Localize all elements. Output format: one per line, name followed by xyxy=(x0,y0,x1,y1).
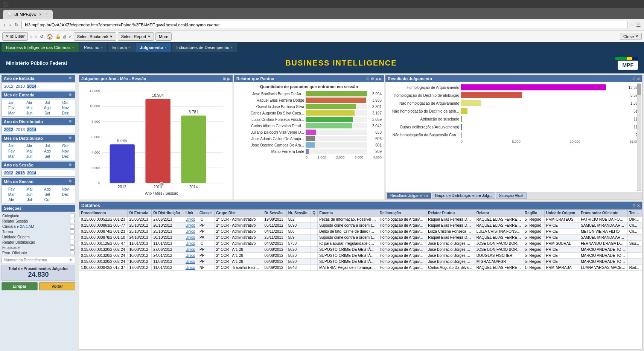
tab-entrada[interactable]: Entrada ● xyxy=(108,43,134,52)
tab-close-icon[interactable]: ✕ xyxy=(39,12,42,17)
selecao-relator-sessao-check[interactable] xyxy=(70,219,75,223)
mes-ago[interactable]: Ago xyxy=(39,105,56,110)
toolbar-forward[interactable]: › xyxy=(34,34,38,40)
clear-button[interactable]: ✕ ⊠ Clear xyxy=(2,32,28,41)
mes-sessao-mai[interactable]: Mai xyxy=(21,187,38,192)
mes-dist-jul[interactable]: Jul xyxy=(39,143,56,148)
mes-sessao-mar[interactable]: Mar xyxy=(3,192,20,197)
mes-jul[interactable]: Jul xyxy=(39,100,56,105)
julgados-expand-icon[interactable]: ⊞ xyxy=(223,77,226,81)
mes-nov[interactable]: Nov xyxy=(56,105,74,110)
ano-entrada-section[interactable]: Ano de Entrada 🔍 xyxy=(2,75,75,82)
details-expand-icon[interactable]: ⊞ xyxy=(632,204,635,208)
mes-sessao-ago[interactable]: Ago xyxy=(39,187,56,192)
mes-out[interactable]: Out xyxy=(56,100,74,105)
ano-dist-search-icon[interactable]: 🔍 xyxy=(69,120,73,124)
ano-sessao-section[interactable]: Ano da Sessão 🔍 xyxy=(2,162,75,168)
ano-dist-2012[interactable]: 2012 xyxy=(4,127,13,132)
ano-entrada-2012[interactable]: 2012 xyxy=(4,84,13,89)
link-unico[interactable]: Único xyxy=(186,266,195,270)
selecao-camara-val[interactable]: ▸ 2A.CAM xyxy=(17,224,70,229)
toolbar-home[interactable]: 🏠 xyxy=(46,34,54,40)
toolbar-reload[interactable]: ↺ xyxy=(39,34,44,39)
tab-business-intelligence[interactable]: Business Intelligence das Câmaras ● xyxy=(2,43,79,52)
voltar-button[interactable]: Voltar xyxy=(39,282,75,290)
print-icon[interactable]: 🖨 xyxy=(62,34,67,39)
mes-sessao-jun[interactable]: Jun xyxy=(21,192,38,197)
link-unico[interactable]: Único xyxy=(186,241,195,246)
mes-entrada-section[interactable]: Mes de Entrada 🔍 xyxy=(2,92,75,98)
ano-dist-2013[interactable]: 2013 xyxy=(15,127,24,132)
url-bar[interactable] xyxy=(21,21,627,29)
resultado-tab-0[interactable]: Resultado Julgamento xyxy=(387,192,431,199)
mes-distribuicao-section[interactable]: Mês da Distribuição 🔍 xyxy=(2,135,75,142)
toolbar-back[interactable]: ‹ xyxy=(29,34,33,40)
mes-dist-abr[interactable]: Abr xyxy=(21,143,38,148)
select-bookmark-button[interactable]: Select Bookmark ▼ xyxy=(74,32,116,41)
bar-2012[interactable] xyxy=(110,144,135,183)
mes-jun[interactable]: Jun xyxy=(21,111,38,116)
link-unico[interactable]: Único xyxy=(186,235,195,240)
tab-resumo[interactable]: Resumo ● xyxy=(79,43,107,52)
limpar-button[interactable]: Limpar xyxy=(2,282,38,290)
tab-julgamento[interactable]: Julgamento ● xyxy=(135,43,171,52)
details-close-icon[interactable]: ✕ xyxy=(637,204,640,208)
mes-dist-mar[interactable]: Mar xyxy=(3,154,20,159)
ano-entrada-2013[interactable]: 2013 xyxy=(15,84,24,89)
link-unico[interactable]: Único xyxy=(186,229,195,233)
mes-sessao-set[interactable]: Set xyxy=(39,192,56,197)
link-unico[interactable]: Único xyxy=(186,217,195,221)
mes-dist-ago[interactable]: Ago xyxy=(39,149,56,154)
mes-sessao-section[interactable]: Mês da Sessão 🔍 xyxy=(2,178,75,185)
mes-sessao-search-icon[interactable]: 🔍 xyxy=(69,180,73,184)
julgados-menu-icon[interactable]: ▶ xyxy=(227,77,230,81)
selecao-proc-check[interactable] xyxy=(70,250,75,255)
ano-sessao-2014[interactable]: 2014 xyxy=(27,171,36,175)
mes-sessao-abr[interactable]: Abr xyxy=(3,197,20,202)
selecoes-section[interactable]: Seleções xyxy=(2,205,75,212)
bar-2013[interactable] xyxy=(145,99,170,183)
mes-dist-fev[interactable]: Fev xyxy=(3,149,20,154)
mes-fev[interactable]: Fev xyxy=(3,105,20,110)
mes-dist-search-icon[interactable]: 🔍 xyxy=(69,136,73,140)
tab-indicadores[interactable]: Indicadores de Desempenho ● xyxy=(172,43,237,52)
relator-menu-icon[interactable]: ▶▶ xyxy=(376,77,382,81)
mes-sessao-out[interactable]: Out xyxy=(39,197,56,202)
selecao-camara-check[interactable] xyxy=(70,224,75,229)
forward-button[interactable]: › xyxy=(9,22,12,28)
close-button[interactable]: Close ✕ xyxy=(620,33,642,40)
bookmark-icon[interactable]: ☆ xyxy=(630,22,634,27)
mes-dist-dez[interactable]: Dez xyxy=(56,154,74,159)
ano-sessao-2012[interactable]: 2012 xyxy=(4,171,13,175)
new-tab-icon[interactable]: + xyxy=(46,12,48,17)
ano-dist-2014[interactable]: 2014 xyxy=(27,127,36,132)
mes-jan[interactable]: Jan xyxy=(3,100,20,105)
resultado-tab-1[interactable]: Grupo de Distribuição entre Julg... xyxy=(432,192,496,199)
mes-mar[interactable]: Mar xyxy=(3,111,20,116)
ano-entrada-2014[interactable]: 2014 xyxy=(27,84,36,89)
relator-expand-icon[interactable]: ⊞ xyxy=(366,77,369,81)
link-unico[interactable]: Único xyxy=(186,247,195,252)
mes-dist-nov[interactable]: Nov xyxy=(56,149,74,154)
mes-dist-out[interactable]: Out xyxy=(56,143,74,148)
mes-dist-jun[interactable]: Jun xyxy=(21,154,38,159)
resultado-tab-2[interactable]: Situação Atual xyxy=(496,192,527,199)
more-button[interactable]: More xyxy=(155,32,172,41)
ano-sessao-search-icon[interactable]: 🔍 xyxy=(69,163,73,167)
search-procedimento-input[interactable] xyxy=(4,258,69,262)
selecao-turma-check[interactable] xyxy=(70,229,75,234)
link-unico[interactable]: Único xyxy=(186,223,195,227)
browser-tab[interactable]: 📊 BI-MPF.qvw ✕ + xyxy=(3,10,53,19)
menu-icon[interactable]: ☰ xyxy=(636,22,641,28)
mes-mai[interactable]: Mai xyxy=(21,105,38,110)
mes-sessao-jul[interactable]: Jul xyxy=(21,197,38,202)
resultado-close-icon[interactable]: ✕ xyxy=(637,77,640,81)
mes-abr[interactable]: Abr xyxy=(21,100,38,105)
select-report-button[interactable]: Select Report ▼ xyxy=(118,32,154,41)
reload-button[interactable]: ↻ xyxy=(14,22,19,27)
mes-dist-mai[interactable]: Mai xyxy=(21,149,38,154)
relator-settings-icon[interactable]: ⚙ xyxy=(371,77,374,81)
resultado-expand-icon[interactable]: ⊞ xyxy=(632,77,635,81)
search-dropdown-icon[interactable]: ▼ xyxy=(69,258,73,262)
ano-entrada-search-icon[interactable]: 🔍 xyxy=(69,76,73,81)
